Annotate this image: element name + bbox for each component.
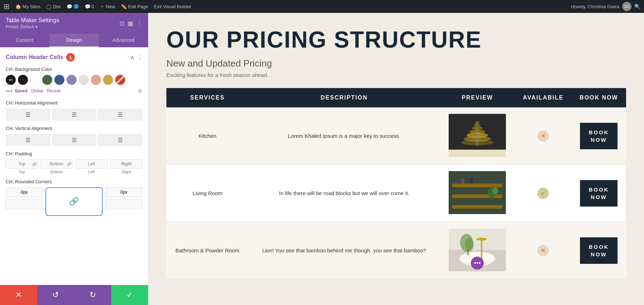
expand-icon[interactable]: ⊡ — [119, 20, 124, 27]
grid-icon[interactable]: ▦ — [128, 20, 133, 27]
more-swatches-icon[interactable]: ••• — [6, 88, 13, 95]
swatch-beige[interactable] — [79, 75, 89, 85]
wp-admin-bar: ⊞ 🏠 My Sites ◯ Divi 💬 3 💬 0 ＋ New ✏️ Edi… — [0, 0, 644, 13]
corner-br-input[interactable] — [106, 199, 142, 209]
panel-tabs: Content Design Advanced — [0, 34, 148, 47]
swatch-black[interactable] — [18, 75, 28, 85]
tab-advanced[interactable]: Advanced — [99, 34, 148, 47]
svg-point-20 — [492, 187, 498, 194]
new-link[interactable]: ＋ New — [100, 3, 115, 10]
section-badge: 1 — [66, 53, 75, 62]
main-layout: Table Maker Settings Preset: Default ▾ ⊡… — [0, 13, 644, 305]
comment-icon: 💬 — [67, 4, 72, 9]
swatch-purple-gray[interactable] — [67, 75, 77, 85]
saved-label[interactable]: Saved — [15, 88, 27, 93]
recent-label[interactable]: Recent — [47, 88, 60, 93]
valign-top-btn[interactable]: ☰ — [6, 134, 50, 146]
panel-title: Table Maker Settings — [6, 17, 59, 24]
padding-label: CH: Padding — [6, 151, 142, 156]
corner-tl-input[interactable] — [6, 187, 43, 197]
color-row-extras: ••• Saved Global Recent ⚙ — [6, 88, 142, 95]
status-available: ✓ — [537, 188, 549, 199]
link-top-icon[interactable]: 🔗 — [32, 162, 36, 166]
undo-button[interactable]: ↺ — [37, 285, 74, 305]
header-book-now: BOOK NOW — [572, 88, 626, 107]
corner-tr-input[interactable] — [106, 187, 142, 197]
bg-color-label: CH: Background Color — [6, 67, 142, 72]
valign-middle-btn[interactable]: ☰ — [52, 134, 97, 146]
pricing-description: Exciting features for a fresh season ahe… — [166, 72, 626, 78]
svg-rect-19 — [491, 197, 493, 200]
cell-service: Kitchen — [166, 107, 248, 165]
color-picker-button[interactable]: ✏ — [6, 75, 16, 85]
svg-rect-12 — [452, 184, 502, 187]
my-sites-link[interactable]: 🏠 My Sites — [15, 4, 40, 9]
preview-image-wrapper: ••• — [449, 228, 506, 272]
table-body: Kitchen Lorem Khaled Ipsum is a major ke… — [166, 107, 626, 279]
kitchen-image — [449, 114, 506, 157]
padding-left-input[interactable] — [75, 159, 108, 169]
pricing-subtitle: New and Updated Pricing — [166, 58, 626, 69]
status-unavailable: ✕ — [537, 130, 549, 142]
rounded-label: CH: Rounded Corners — [6, 179, 142, 184]
divi-link[interactable]: ◯ Divi — [46, 4, 61, 9]
edit-page-link[interactable]: ✏️ Edit Page — [121, 4, 148, 9]
preview-area: OUR PRICING STRUCTURE New and Updated Pr… — [148, 13, 644, 305]
swatch-white[interactable] — [30, 75, 40, 85]
wp-logo-icon[interactable]: ⊞ — [4, 2, 10, 11]
link-icon[interactable]: 🔗 — [69, 197, 79, 206]
h-align-label: CH: Horizontal Alignment — [6, 100, 142, 106]
section-more-icon[interactable]: ⋮ — [137, 54, 142, 61]
swatch-salmon[interactable] — [91, 75, 101, 85]
cell-available: ✕ — [515, 107, 572, 165]
pricing-title: OUR PRICING STRUCTURE — [166, 27, 626, 52]
global-label[interactable]: Global — [31, 88, 43, 93]
corner-inputs-right — [106, 187, 142, 216]
swatch-gold[interactable] — [103, 75, 113, 85]
padding-right-input[interactable] — [111, 159, 143, 169]
swatch-clear[interactable] — [115, 75, 125, 85]
book-now-button[interactable]: BOOKNOW — [580, 123, 618, 149]
exit-builder-link[interactable]: Exit Visual Builder — [154, 4, 191, 9]
collapse-icon[interactable]: ∧ — [130, 54, 135, 61]
saved-global-row: Saved Global Recent ⚙ — [15, 88, 142, 94]
link-bottom-icon[interactable]: 🔗 — [67, 162, 71, 166]
corner-preview: 🔗 — [45, 187, 102, 216]
tab-design[interactable]: Design — [49, 34, 99, 47]
svg-rect-8 — [475, 121, 479, 146]
cell-description: In life there will be road blocks but we… — [248, 165, 440, 222]
search-icon[interactable]: 🔍 — [634, 4, 640, 9]
align-center-btn[interactable]: ☰ — [52, 108, 97, 121]
more-options-icon[interactable]: ⋮ — [137, 20, 142, 27]
speech-link[interactable]: 💬 0 — [85, 4, 94, 9]
cell-service: Bathroom & Powder Room — [166, 222, 248, 279]
svg-point-26 — [476, 238, 487, 241]
book-now-button[interactable]: BOOKNOW — [580, 180, 618, 207]
corner-bl-input[interactable] — [6, 199, 43, 209]
valign-bottom-btn[interactable]: ☰ — [98, 134, 142, 146]
confirm-button[interactable]: ✓ — [111, 285, 148, 305]
padding-inputs: 🔗 Top 🔗 Bottom Left — [6, 159, 142, 174]
align-left-btn[interactable]: ☰ — [6, 108, 50, 121]
settings-icon[interactable]: ⚙ — [138, 88, 142, 94]
align-right-btn[interactable]: ☰ — [98, 108, 142, 121]
panel-preset[interactable]: Preset: Default ▾ — [6, 24, 59, 29]
table-row: Kitchen Lorem Khaled Ipsum is a major ke… — [166, 107, 626, 165]
swatch-dark-green[interactable] — [42, 75, 52, 85]
padding-right-label: Right — [122, 170, 131, 174]
section-title: Column Header Cells 1 — [6, 53, 75, 62]
cell-book: BOOKNOW — [572, 165, 626, 222]
user-avatar[interactable]: CG — [622, 2, 631, 11]
comments-link[interactable]: 💬 3 — [67, 4, 79, 9]
swatch-dark-blue[interactable] — [54, 75, 64, 85]
svg-rect-15 — [456, 178, 460, 184]
color-swatches: ✏ — [6, 75, 142, 85]
book-now-button[interactable]: BOOKNOW — [580, 237, 618, 264]
float-action-button[interactable]: ••• — [471, 257, 484, 270]
tab-content[interactable]: Content — [0, 34, 49, 47]
divi-icon: ◯ — [46, 4, 52, 9]
cell-description: Lorem Khaled Ipsum is a major key to suc… — [248, 107, 440, 165]
cancel-button[interactable]: ✕ — [0, 285, 37, 305]
v-align-label: CH: Vertical Alignment — [6, 126, 142, 131]
redo-button[interactable]: ↻ — [74, 285, 111, 305]
